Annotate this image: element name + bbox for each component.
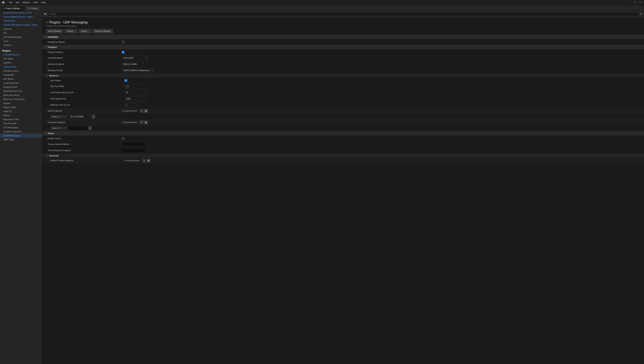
sidebar-item-android-material-quality-vulkan[interactable]: Android Material Quality - Vulkan <box>0 15 42 19</box>
minimize-button[interactable]: — <box>627 1 632 4</box>
reset-to-defaults-button[interactable]: Reset to Defaults <box>92 29 113 33</box>
sidebar-item-hololens[interactable]: HoloLens <box>0 27 42 31</box>
static-endpoints-remove-button[interactable]: 🗑 <box>144 109 148 113</box>
excluded-endpoints-value-0-dropdown-btn[interactable]: ▼ <box>88 126 92 130</box>
sidebar-item-modeling-mode[interactable]: Modeling Mode <box>0 85 42 89</box>
remote-tunnel-endpoints-add-button[interactable]: + <box>142 159 146 162</box>
sidebar-item-python[interactable]: Python <box>0 114 42 118</box>
import-button[interactable]: Import... <box>79 29 91 33</box>
menu-window[interactable]: Window <box>21 1 31 4</box>
sidebar-item-windows[interactable]: Windows <box>0 43 42 47</box>
multicast-ttl-control <box>125 103 138 107</box>
work-queue-size-label: Work Queue Size <box>50 98 125 100</box>
menu-file[interactable]: File <box>8 1 14 4</box>
tunnel-advanced-header[interactable]: ▼ Advanced <box>42 154 644 158</box>
max-send-rate-input[interactable] <box>125 84 146 88</box>
sidebar-item-android-sdk[interactable]: Android SDK <box>0 19 42 23</box>
availability-section-header[interactable]: ▼ Availability <box>42 35 644 40</box>
sidebar-item-img-media[interactable]: IMG Media <box>0 77 42 81</box>
sidebar-item-multi-user-editing[interactable]: Multi-User Editing <box>0 93 42 97</box>
auto-repair-control <box>125 79 127 82</box>
sidebar-item-ios-material-quality[interactable]: iOS Material Quality <box>0 35 42 39</box>
content-area: 🔍 ⚙ ▼ Plugins - UDP Messaging Configure … <box>42 11 644 364</box>
sidebar-item-dataflow[interactable]: Dataflow <box>0 61 42 65</box>
multicast-ttl-input[interactable] <box>125 103 138 107</box>
search-input[interactable] <box>48 12 638 16</box>
set-as-default-button[interactable]: Set as Default <box>46 29 63 33</box>
excluded-endpoints-value-0-input[interactable] <box>69 126 87 130</box>
multicast-endpoint-input[interactable] <box>122 62 144 66</box>
tunnel-multicast-endpoint-input[interactable] <box>122 148 145 153</box>
auto-repair-row: Auto Repair <box>42 78 644 83</box>
availability-arrow-icon: ▼ <box>45 36 47 38</box>
sidebar-item-template-sequencer[interactable]: Template Sequencer <box>0 130 42 134</box>
message-format-label: Message Format <box>48 69 122 72</box>
sidebar-item-niagara[interactable]: Niagara <box>0 101 42 105</box>
sidebar-item-avf-media[interactable]: AVF Media <box>0 57 42 61</box>
static-endpoints-value-0-input[interactable] <box>69 114 90 119</box>
tunnel-unicast-endpoint-input[interactable] <box>122 142 145 146</box>
auto-repair-checkbox[interactable] <box>125 79 127 82</box>
static-endpoints-item-0: Index [ 0 ] ▼ <box>42 114 644 120</box>
menu-help[interactable]: Help <box>40 1 47 4</box>
sidebar-item-tcp-messaging[interactable]: TCP Messaging <box>0 126 42 130</box>
sidebar-item-fracture-mode[interactable]: Fracture Mode <box>0 65 42 69</box>
sidebar-item-take-recorder[interactable]: Take Recorder <box>0 122 42 126</box>
transport-arrow-icon: ▼ <box>45 46 47 48</box>
sidebar-item-linux[interactable]: Linux <box>0 39 42 43</box>
tab-plugins[interactable]: 🔌 Plugins <box>26 6 40 10</box>
static-endpoints-label: Static Endpoints <box>48 110 122 112</box>
static-endpoints-index-0-label: Index [ 0 ] <box>50 115 67 118</box>
sidebar-item-level-sequencer[interactable]: Level Sequencer <box>0 81 42 85</box>
tunnel-section-header[interactable]: ▼ Tunnel <box>42 131 644 136</box>
excluded-endpoints-add-button[interactable]: + <box>140 120 143 124</box>
enabled-by-default-checkbox[interactable] <box>122 41 125 44</box>
excluded-endpoints-index-0-label: Index [ 0 ] <box>50 126 67 130</box>
sidebar-item-paper-2d[interactable]: Paper 2D <box>0 109 42 114</box>
sidebar-item-multi-user-transactions[interactable]: Multi-User Transactions <box>0 97 42 101</box>
sidebar-item-modeling-mode-tools[interactable]: Modeling Mode Tools <box>0 89 42 93</box>
tunnel-arrow-icon: ▼ <box>45 132 47 134</box>
sidebar-item-wmf-media[interactable]: WMF Media <box>0 138 42 142</box>
sidebar-item-udp-messaging-arrow: ▶ <box>3 135 5 137</box>
work-queue-size-input[interactable] <box>125 96 146 101</box>
sidebar-item-resonance-audio[interactable]: Resonance Audio <box>0 118 42 122</box>
sidebar-item-udp-messaging[interactable]: ▶ UDP Messaging <box>0 134 42 138</box>
sidebar-item-geometry-cache[interactable]: Geometry Cache <box>0 69 42 73</box>
tunnel-advanced-arrow-icon: ▼ <box>46 155 48 157</box>
enable-tunnel-checkbox[interactable] <box>122 137 125 140</box>
remote-tunnel-endpoints-label: Remote Tunnel Endpoints <box>50 160 125 162</box>
excluded-endpoints-remove-button[interactable]: 🗑 <box>144 120 148 124</box>
message-format-dropdown[interactable]: CBOR (Platform Endianness) ▼ <box>122 68 155 73</box>
menu-tools[interactable]: Tools <box>32 1 39 4</box>
sidebar-item-android-sm5[interactable]: Android SM5 Material Quality - Vulkan <box>0 23 42 27</box>
menu-edit[interactable]: Edit <box>14 1 21 4</box>
sidebar-item-android-material-quality-es31[interactable]: Android Material Quality - ES31 <box>0 11 42 15</box>
enabled-by-default-row: Enabled by Default <box>42 40 644 45</box>
transport-advanced-header[interactable]: ▼ Advanced <box>42 74 644 78</box>
export-button[interactable]: Export... <box>65 29 77 33</box>
sidebar-item-ios[interactable]: iOS <box>0 31 42 35</box>
settings-gear-icon[interactable]: ⚙ <box>640 13 642 16</box>
excluded-endpoints-count: 1 Array elements <box>122 121 137 124</box>
tab-project-settings-close[interactable]: ✕ <box>21 7 23 10</box>
static-endpoints-add-button[interactable]: + <box>140 109 143 113</box>
transport-section-header[interactable]: ▼ Transport <box>42 45 644 50</box>
static-endpoints-value-0-dropdown-btn[interactable]: ▼ <box>92 114 95 119</box>
tab-project-settings-label: Project Settings <box>6 7 20 10</box>
tab-project-settings[interactable]: ⚙ Project Settings ✕ <box>1 6 25 10</box>
remote-tunnel-endpoints-count: 0 Array elements <box>125 160 140 162</box>
remote-tunnel-endpoints-remove-button[interactable]: 🗑 <box>147 159 150 162</box>
max-send-rate-row: Max Send Rate <box>42 83 644 90</box>
auto-repair-attempt-limit-input[interactable] <box>125 90 146 95</box>
close-button[interactable]: ✕ <box>638 1 643 4</box>
enable-transport-checkbox[interactable] <box>122 51 125 54</box>
tunnel-unicast-endpoint-control <box>122 142 145 146</box>
sidebar-item-niagara-editor[interactable]: Niagara Editor <box>0 105 42 109</box>
multicast-endpoint-row: Multicast Endpoint <box>42 61 644 68</box>
sidebar-item-android-file-server[interactable]: AndroidFileServer <box>0 53 42 57</box>
sidebar-item-googlepad[interactable]: GooglePAD <box>0 73 42 77</box>
unicast-endpoint-dropdown[interactable]: 10.0.0.16:0 ▼ <box>122 56 149 60</box>
remote-tunnel-endpoints-header: Remote Tunnel Endpoints 0 Array elements… <box>42 158 644 164</box>
maximize-button[interactable]: ❐ <box>632 1 637 4</box>
